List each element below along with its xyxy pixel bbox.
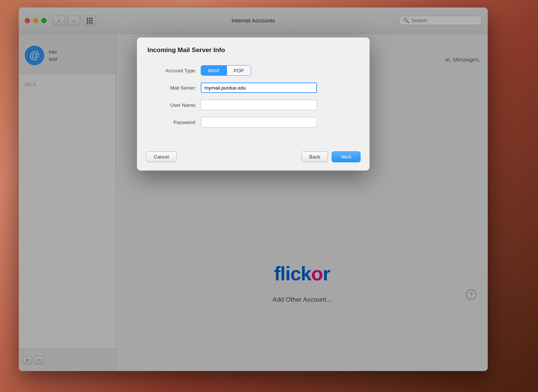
user-name-row: User Name: bbox=[147, 100, 359, 110]
password-label: Password: bbox=[147, 120, 196, 125]
modal-header: Incoming Mail Server Info bbox=[137, 37, 370, 58]
modal-overlay: Incoming Mail Server Info Account Type: … bbox=[19, 7, 488, 371]
imap-button[interactable]: IMAP bbox=[201, 66, 227, 75]
password-row: Password: bbox=[147, 117, 359, 127]
password-input[interactable] bbox=[201, 117, 317, 127]
modal-nav-buttons: Back Next bbox=[301, 151, 361, 162]
cancel-button[interactable]: Cancel bbox=[146, 151, 177, 162]
modal-footer: Cancel Back Next bbox=[137, 145, 370, 171]
modal-body: Account Type: IMAP POP Mail Server: User… bbox=[137, 58, 370, 145]
mail-server-label: Mail Server: bbox=[147, 85, 196, 91]
user-name-input[interactable] bbox=[201, 100, 317, 110]
user-name-label: User Name: bbox=[147, 102, 196, 108]
account-type-row: Account Type: IMAP POP bbox=[147, 65, 359, 76]
next-button[interactable]: Next bbox=[332, 151, 361, 162]
account-type-label: Account Type: bbox=[147, 68, 196, 73]
mail-server-input[interactable] bbox=[201, 82, 317, 93]
mail-server-row: Mail Server: bbox=[147, 82, 359, 93]
incoming-mail-dialog: Incoming Mail Server Info Account Type: … bbox=[137, 37, 370, 171]
modal-title: Incoming Mail Server Info bbox=[147, 46, 359, 54]
main-window: ‹ › Internet Accounts 🔍 @ bbox=[19, 7, 488, 371]
account-type-segmented-control: IMAP POP bbox=[201, 65, 251, 76]
back-button[interactable]: Back bbox=[301, 151, 328, 162]
pop-button[interactable]: POP bbox=[227, 66, 251, 75]
